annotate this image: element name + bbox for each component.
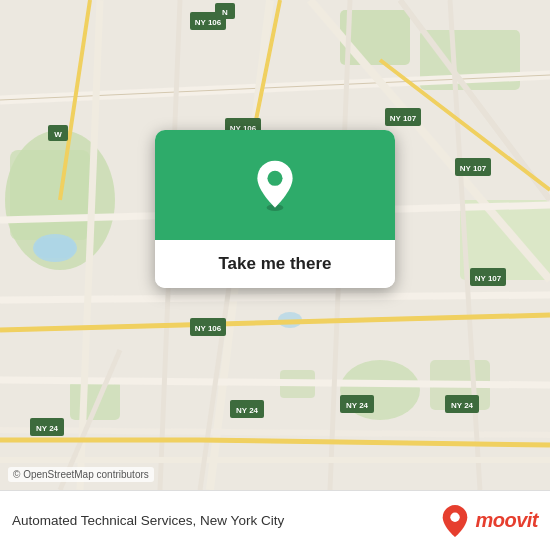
popup-card-header [155, 130, 395, 240]
map-view[interactable]: NY 106 NY 106 NY 107 NY 107 NY 106 NY 24… [0, 0, 550, 490]
svg-text:NY 106: NY 106 [195, 18, 222, 27]
moovit-brand-text: moovit [475, 509, 538, 532]
svg-text:NY 24: NY 24 [451, 401, 474, 410]
svg-rect-11 [35, 238, 75, 258]
svg-rect-2 [10, 150, 90, 240]
location-pin-icon [249, 159, 301, 211]
svg-text:NY 106: NY 106 [195, 324, 222, 333]
take-me-there-button[interactable]: Take me there [218, 254, 331, 274]
popup-card-body[interactable]: Take me there [155, 240, 395, 288]
svg-text:NY 107: NY 107 [460, 164, 487, 173]
svg-text:NY 24: NY 24 [36, 424, 59, 433]
copyright-text: © OpenStreetMap contributors [8, 467, 154, 482]
bottom-bar: Automated Technical Services, New York C… [0, 490, 550, 550]
svg-text:NY 24: NY 24 [236, 406, 259, 415]
location-popup: Take me there [155, 130, 395, 288]
svg-text:W: W [54, 130, 62, 139]
svg-point-60 [267, 171, 282, 186]
location-label: Automated Technical Services, New York C… [12, 513, 441, 528]
moovit-logo: moovit [441, 504, 538, 538]
svg-text:NY 24: NY 24 [346, 401, 369, 410]
svg-text:NY 107: NY 107 [475, 274, 502, 283]
moovit-pin-icon [441, 504, 469, 538]
svg-point-61 [451, 512, 460, 521]
svg-text:NY 107: NY 107 [390, 114, 417, 123]
svg-text:N: N [222, 8, 228, 17]
